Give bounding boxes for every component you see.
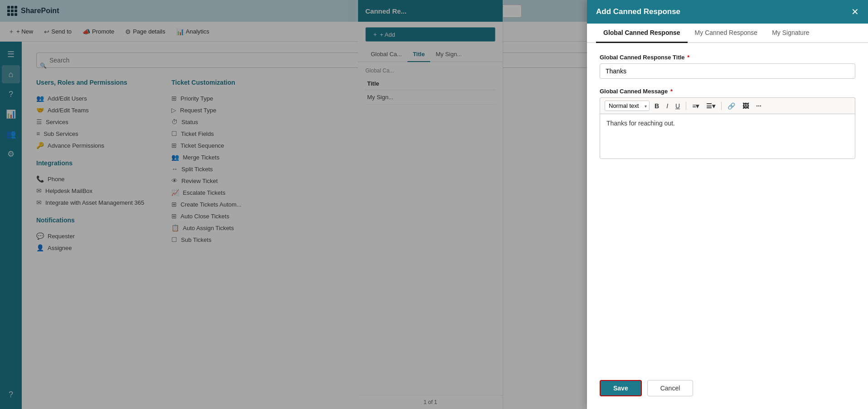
align-button[interactable]: ≡▾ bbox=[690, 101, 701, 111]
modal-tab-my-signature[interactable]: My Signature bbox=[765, 24, 816, 43]
save-button[interactable]: Save bbox=[600, 380, 642, 396]
rich-text-toolbar: Normal text B I U ≡▾ ☰▾ 🔗 🖼 ··· bbox=[600, 97, 855, 114]
modal-tab-my-canned[interactable]: My Canned Response bbox=[688, 24, 765, 43]
italic-button[interactable]: I bbox=[664, 101, 670, 111]
message-field-label: Global Canned Message * bbox=[600, 88, 855, 95]
format-select-wrap: Normal text bbox=[605, 101, 650, 111]
modal-footer: Save Cancel bbox=[587, 380, 868, 409]
modal-title: Add Canned Response bbox=[596, 7, 680, 16]
close-icon: ✕ bbox=[851, 7, 859, 17]
add-canned-response-modal: Add Canned Response ✕ Global Canned Resp… bbox=[587, 0, 868, 409]
list-button[interactable]: ☰▾ bbox=[704, 101, 718, 111]
title-input[interactable] bbox=[600, 63, 855, 79]
underline-button[interactable]: U bbox=[673, 101, 682, 111]
title-required-indicator: * bbox=[687, 54, 689, 61]
image-button[interactable]: 🖼 bbox=[740, 101, 751, 111]
modal-tabs: Global Canned Response My Canned Respons… bbox=[587, 24, 868, 43]
cancel-button[interactable]: Cancel bbox=[647, 380, 693, 396]
format-select[interactable]: Normal text bbox=[605, 101, 650, 111]
bold-button[interactable]: B bbox=[652, 101, 661, 111]
modal-close-button[interactable]: ✕ bbox=[851, 6, 859, 17]
message-required-indicator: * bbox=[670, 88, 673, 95]
more-button[interactable]: ··· bbox=[754, 101, 764, 111]
rich-text-body[interactable]: Thanks for reaching out. bbox=[600, 114, 855, 159]
toolbar-divider-2 bbox=[721, 102, 722, 110]
modal-body: Global Canned Response Title * Global Ca… bbox=[587, 43, 868, 380]
toolbar-divider-1 bbox=[686, 102, 686, 110]
modal-tab-global[interactable]: Global Canned Response bbox=[596, 24, 688, 43]
modal-header: Add Canned Response ✕ bbox=[587, 0, 868, 24]
link-button[interactable]: 🔗 bbox=[725, 101, 737, 111]
title-field-label: Global Canned Response Title * bbox=[600, 54, 855, 61]
